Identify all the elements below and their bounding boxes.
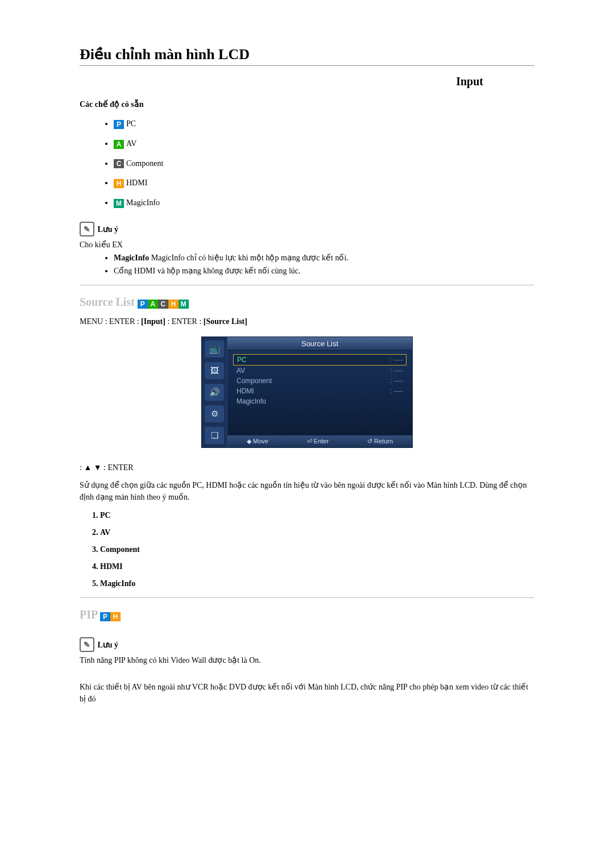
note-icon: ✎ <box>80 222 94 236</box>
p-icon: P <box>138 300 148 309</box>
osd-row[interactable]: AV: ---- <box>233 366 406 376</box>
h-icon: H <box>110 612 121 621</box>
note-bullets: MagicInfo MagicInfo chỉ có hiệu lực khi … <box>80 253 483 276</box>
osd-row[interactable]: PC: ---- <box>233 354 406 366</box>
note-title: Lưu ý <box>98 225 119 233</box>
mode-label: MagicInfo <box>126 198 160 207</box>
nav-line: : ▲ ▼ : ENTER <box>80 462 534 474</box>
p-icon: P <box>100 612 110 621</box>
pip-note-text: Tính năng PIP không có khi Video Wall đư… <box>80 655 483 665</box>
mode-label: AV <box>126 139 136 148</box>
page-title: Điều chỉnh màn hình LCD <box>80 45 580 63</box>
list-item: Component <box>100 545 580 554</box>
mode-item-component: CComponent <box>114 159 483 169</box>
p-icon: P <box>114 120 124 129</box>
osd-icon-multi: ❏ <box>205 427 224 444</box>
osd-icon-picture: 🖼 <box>205 362 224 379</box>
mode-label: Component <box>126 159 163 168</box>
mode-item-magicinfo: MMagicInfo <box>114 198 483 208</box>
osd-body: PC: ---- AV: ---- Component: ---- HDMI: … <box>227 351 412 435</box>
mode-label: HDMI <box>126 178 147 187</box>
note-block: ✎ Lưu ý <box>80 222 483 236</box>
osd-row[interactable]: Component: ---- <box>233 376 406 386</box>
list-item: HDMI <box>100 562 580 571</box>
mode-item-pc: PPC <box>114 119 483 129</box>
available-modes-heading: Các chế độ có sẵn <box>80 99 483 109</box>
divider <box>80 285 534 285</box>
c-icon: C <box>158 300 168 309</box>
a-icon: A <box>114 140 124 149</box>
mode-item-av: AAV <box>114 139 483 149</box>
osd-enter: ⏎ Enter <box>307 438 329 445</box>
osd-row[interactable]: HDMI: ---- <box>233 386 406 396</box>
section-heading-source-list: Source List PACHM <box>80 296 580 310</box>
note-block: ✎ Lưu ý <box>80 637 483 652</box>
m-icon: M <box>179 300 189 309</box>
osd-icon-input: 📺 <box>205 340 224 358</box>
available-modes-list: PPC AAV CComponent HHDMI MMagicInfo <box>80 119 483 208</box>
osd-row[interactable]: MagicInfo <box>233 396 406 406</box>
section-heading-pip: PIP PH <box>80 608 580 622</box>
pip-body: Khi các thiết bị AV bên ngoài như VCR ho… <box>80 681 534 705</box>
badge-row: PACHM <box>138 297 189 310</box>
list-item: PC <box>100 511 580 520</box>
c-icon: C <box>114 159 124 168</box>
title-divider <box>80 65 534 66</box>
osd-screenshot: 📺 🖼 🔊 ⚙ ❏ Source List PC: ---- AV: ---- … <box>34 337 580 448</box>
section-label-input: Input <box>34 75 483 88</box>
note-bullet: Cổng HDMI và hộp mạng không được kết nối… <box>114 266 483 276</box>
note-icon: ✎ <box>80 637 94 652</box>
osd-title: Source List <box>227 337 412 351</box>
divider <box>80 597 534 598</box>
osd-icon-setup: ⚙ <box>205 405 224 422</box>
m-icon: M <box>114 199 124 208</box>
a-icon: A <box>148 300 158 309</box>
osd-return: ↺ Return <box>367 438 393 445</box>
note-bullet: MagicInfo MagicInfo chỉ có hiệu lực khi … <box>114 253 483 263</box>
h-icon: H <box>168 300 179 309</box>
menu-path: MENU : ENTER : [Input] : ENTER : [Source… <box>80 315 534 327</box>
mode-item-hdmi: HHDMI <box>114 178 483 188</box>
osd-icon-sound: 🔊 <box>205 384 224 401</box>
osd-footer: ◆ Move ⏎ Enter ↺ Return <box>227 435 412 447</box>
osd-move: ◆ Move <box>247 438 268 445</box>
list-item: MagicInfo <box>100 579 580 588</box>
osd-sidebar: 📺 🖼 🔊 ⚙ ❏ <box>202 337 227 447</box>
note-line: Cho kiểu EX <box>80 240 483 250</box>
list-item: AV <box>100 528 580 537</box>
source-list-desc: Sử dụng để chọn giữa các nguồn PC, HDMI … <box>80 479 534 503</box>
mode-label: PC <box>126 119 136 128</box>
source-numbered-list: PC AV Component HDMI MagicInfo <box>80 511 580 588</box>
badge-row: PH <box>100 609 121 622</box>
note-title: Lưu ý <box>98 640 119 649</box>
h-icon: H <box>114 179 124 188</box>
